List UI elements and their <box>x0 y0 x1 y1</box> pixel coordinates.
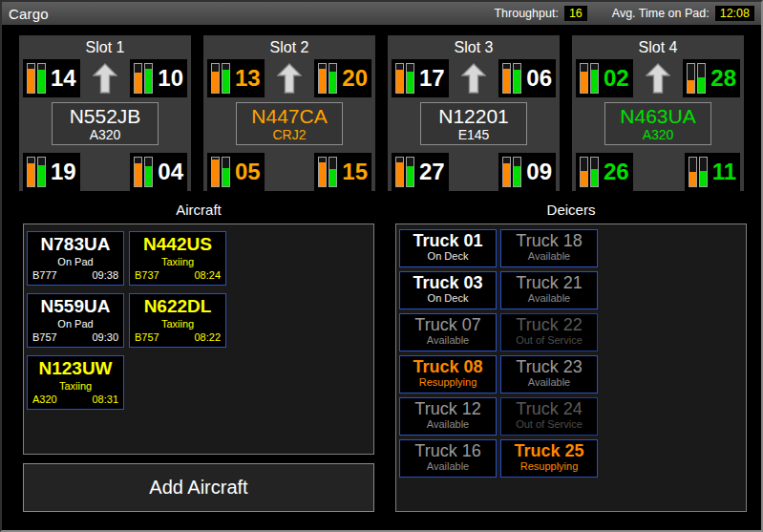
green-fluid-bar <box>406 63 414 94</box>
truck-card[interactable]: Truck 08 Resupplying <box>399 355 497 394</box>
truck-name: Truck 16 <box>400 442 496 460</box>
truck-card[interactable]: Truck 22 Out of Service <box>500 313 598 351</box>
slot-aircraft-type: CRJ2 <box>237 128 342 142</box>
green-fluid-bar <box>329 63 337 94</box>
fluid-gauge: 11 <box>685 153 740 191</box>
orange-fluid-bar <box>502 63 511 94</box>
gauge-value: 04 <box>155 160 183 183</box>
gauge-value: 20 <box>339 67 368 90</box>
gauge-value: 06 <box>523 67 552 90</box>
fluid-gauge: 09 <box>498 153 556 191</box>
orange-fluid-bar <box>689 157 697 187</box>
gauge-value: 15 <box>339 160 368 183</box>
orange-fluid-bar <box>318 63 327 94</box>
truck-card[interactable]: Truck 21 Available <box>500 271 598 309</box>
aircraft-time: 09:38 <box>92 270 118 281</box>
truck-card[interactable]: Truck 24 Out of Service <box>500 397 598 436</box>
green-fluid-bar <box>513 157 521 187</box>
gauge-value: 26 <box>601 160 629 183</box>
slot-callsign-box[interactable]: N463UA A320 <box>604 102 711 145</box>
orange-fluid-bar <box>502 157 511 187</box>
truck-card[interactable]: Truck 23 Available <box>500 355 598 394</box>
slot-top-gauges-row: 14 10 <box>19 59 191 97</box>
truck-card[interactable]: Truck 16 Available <box>399 439 497 478</box>
slot-aircraft-type: A320 <box>605 128 710 142</box>
orange-fluid-bar <box>27 63 35 94</box>
orange-fluid-bar <box>211 63 220 94</box>
aircraft-section-title: Aircraft <box>23 202 374 218</box>
fluid-gauge: 06 <box>498 59 556 97</box>
fluid-gauge: 04 <box>130 153 187 191</box>
slot-panel: Slot 3 17 06 N12201 E145 <box>388 35 560 191</box>
up-arrow-icon <box>277 63 302 94</box>
gauge-value: 05 <box>232 160 261 183</box>
throughput-value: 16 <box>564 6 587 21</box>
slot-callsign-box[interactable]: N12201 E145 <box>420 102 527 145</box>
fluid-gauge: 17 <box>392 59 449 97</box>
fluid-gauge: 19 <box>23 153 80 191</box>
aircraft-card[interactable]: N783UA On Pad B777 09:38 <box>27 231 124 286</box>
truck-status: Available <box>400 334 496 347</box>
green-fluid-bar <box>697 63 706 94</box>
throughput-label: Throughput: <box>494 7 558 20</box>
truck-status: Out of Service <box>501 418 597 431</box>
slot-callsign: N463UA <box>605 105 710 128</box>
gauge-value: 27 <box>416 160 445 183</box>
add-aircraft-button[interactable]: Add Aircraft <box>23 463 374 512</box>
truck-status: On Deck <box>400 292 496 305</box>
truck-card[interactable]: Truck 01 On Deck <box>399 229 497 267</box>
truck-card[interactable]: Truck 07 Available <box>399 313 497 351</box>
truck-status: On Deck <box>400 250 496 263</box>
aircraft-card[interactable]: N559UA On Pad B757 09:30 <box>27 293 124 348</box>
truck-name: Truck 21 <box>501 274 597 292</box>
orange-fluid-bar <box>211 157 220 187</box>
truck-card[interactable]: Truck 25 Resupplying <box>500 439 598 478</box>
slot-panel: Slot 2 13 20 N447CA CRJ2 <box>203 35 375 191</box>
avg-time-on-pad-value: 12:08 <box>715 6 754 21</box>
fluid-gauge: 20 <box>314 59 371 97</box>
fluid-gauge: 05 <box>207 153 265 191</box>
slot-bottom-gauges-row: 27 09 <box>388 153 560 191</box>
green-fluid-bar <box>699 157 708 187</box>
green-fluid-bar <box>37 63 46 94</box>
aircraft-card[interactable]: N442US Taxiing B737 08:24 <box>129 231 226 286</box>
aircraft-type: B757 <box>32 332 57 343</box>
aircraft-status: Taxiing <box>135 257 221 267</box>
aircraft-list: N783UA On Pad B777 09:38 N442US Taxiing … <box>27 231 229 410</box>
up-arrow-icon <box>461 63 486 94</box>
slot-bottom-gauges-row: 19 04 <box>19 153 191 191</box>
green-fluid-bar <box>144 157 153 187</box>
truck-name: Truck 01 <box>400 232 496 250</box>
green-fluid-bar <box>222 157 230 187</box>
orange-fluid-bar <box>27 157 35 187</box>
slot-top-gauges-row: 02 28 <box>572 59 744 97</box>
truck-status: Available <box>501 292 597 305</box>
slot-callsign-box[interactable]: N447CA CRJ2 <box>236 102 343 145</box>
aircraft-type: B757 <box>135 332 159 343</box>
truck-name: Truck 07 <box>400 316 496 334</box>
truck-status: Resupplying <box>501 460 597 473</box>
fluid-gauge: 27 <box>392 153 449 191</box>
slot-title: Slot 4 <box>572 35 744 56</box>
truck-status: Available <box>400 418 496 431</box>
green-fluid-bar <box>590 63 599 94</box>
slot-panel: Slot 4 02 28 N463UA A320 <box>572 35 744 191</box>
truck-card[interactable]: Truck 03 On Deck <box>399 271 497 309</box>
slot-top-gauges-row: 17 06 <box>388 59 560 97</box>
orange-fluid-bar <box>395 157 404 187</box>
aircraft-card[interactable]: N622DL Taxiing B757 08:22 <box>129 293 226 348</box>
green-fluid-bar <box>222 63 230 94</box>
truck-card[interactable]: Truck 12 Available <box>399 397 497 436</box>
aircraft-callsign: N622DL <box>135 297 221 315</box>
gauge-value: 10 <box>155 67 183 90</box>
truck-name: Truck 08 <box>400 358 496 376</box>
aircraft-card[interactable]: N123UW Taxiing A320 08:31 <box>27 355 124 410</box>
avg-time-on-pad-label: Avg. Time on Pad: <box>612 7 710 20</box>
slot-bottom-gauges-row: 05 15 <box>203 153 375 191</box>
slot-title: Slot 1 <box>19 35 191 56</box>
slot-callsign-box[interactable]: N552JB A320 <box>52 102 159 145</box>
green-fluid-bar <box>406 157 414 187</box>
truck-card[interactable]: Truck 18 Available <box>500 229 598 267</box>
aircraft-time: 08:22 <box>194 332 221 343</box>
orange-fluid-bar <box>318 157 327 187</box>
